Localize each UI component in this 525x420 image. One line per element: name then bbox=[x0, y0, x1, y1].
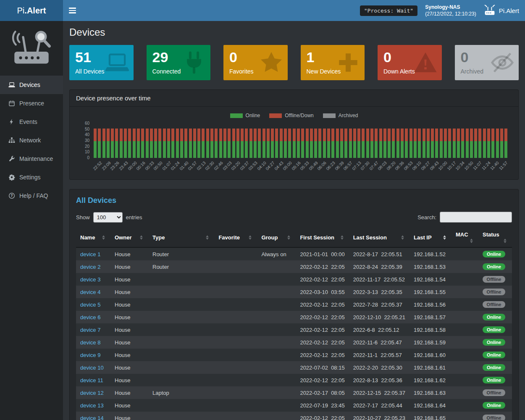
sidebar-item-help[interactable]: Help / FAQ bbox=[0, 186, 63, 205]
last-ip-cell: 192.168.1.56 bbox=[410, 298, 452, 311]
chart-bar bbox=[150, 123, 153, 158]
device-name-link[interactable]: device 8 bbox=[80, 339, 100, 346]
chart-bar bbox=[258, 123, 261, 158]
sidebar-item-events[interactable]: Events bbox=[0, 113, 63, 131]
x-axis-label: 00:50 bbox=[152, 160, 163, 171]
sort-icon bbox=[502, 238, 508, 244]
chart-bar bbox=[124, 123, 127, 158]
sidebar-item-network[interactable]: Network bbox=[0, 131, 63, 150]
x-axis-label: 05:33 bbox=[299, 160, 310, 171]
favorite-cell bbox=[214, 361, 257, 374]
x-axis-label: 00:16 bbox=[135, 160, 146, 171]
sidebar: DevicesPresenceEventsNetworkMaintenanceS… bbox=[0, 21, 63, 420]
type-cell bbox=[148, 323, 214, 336]
first-session-cell: 2022-02-12 22:05 bbox=[296, 374, 349, 386]
mac-cell bbox=[452, 273, 478, 286]
device-name-link[interactable]: device 3 bbox=[80, 276, 100, 283]
table-row: device 4House2022-03-10 03:552022-3-13 2… bbox=[76, 286, 512, 298]
chart-bar bbox=[383, 123, 386, 158]
first-session-cell: 2022-02-12 22:05 bbox=[296, 311, 349, 323]
column-header-owner[interactable]: Owner bbox=[110, 228, 148, 247]
table-row: device 13House2022-07-19 23:452022-7-17 … bbox=[76, 399, 512, 412]
x-axis-label: 08:03 bbox=[377, 160, 388, 171]
column-header-last-ip[interactable]: Last IP bbox=[410, 228, 452, 247]
sidebar-item-settings[interactable]: Settings bbox=[0, 168, 63, 186]
column-header-last-session[interactable]: Last Session bbox=[349, 228, 410, 247]
infobox-all-devices[interactable]: 51All Devices bbox=[69, 45, 134, 80]
last-ip-cell: 192.168.1.61 bbox=[410, 361, 452, 374]
sidebar-item-maintenance[interactable]: Maintenance bbox=[0, 150, 63, 168]
chart-bar bbox=[314, 123, 317, 158]
chart-bar bbox=[487, 123, 490, 158]
infobox-favorites[interactable]: 0Favorites bbox=[223, 45, 288, 80]
column-header-name[interactable]: Name bbox=[76, 228, 110, 247]
x-axis-label: 08:53 bbox=[403, 160, 413, 171]
name-cell: device 7 bbox=[76, 323, 110, 336]
sidebar-toggle-button[interactable] bbox=[63, 0, 81, 21]
chart-bar bbox=[193, 123, 196, 158]
infobox-archived[interactable]: 0Archived bbox=[455, 45, 519, 80]
chart-bar bbox=[478, 123, 481, 158]
infobox-connected[interactable]: 29Connected bbox=[147, 45, 211, 80]
column-header-type[interactable]: Type bbox=[148, 228, 214, 247]
chart-bar bbox=[453, 123, 456, 158]
name-cell: device 13 bbox=[76, 399, 110, 412]
device-name-link[interactable]: device 10 bbox=[80, 365, 104, 371]
first-session-cell: 2022-02-12 22:05 bbox=[296, 323, 349, 336]
chart-bar bbox=[228, 123, 231, 158]
column-header-status[interactable]: Status bbox=[478, 228, 512, 247]
column-header-group[interactable]: Group bbox=[257, 228, 296, 247]
device-name-link[interactable]: device 4 bbox=[80, 289, 100, 295]
name-cell: device 6 bbox=[76, 311, 110, 323]
infobox-new-devices[interactable]: 1New Devices bbox=[301, 45, 365, 80]
column-header-first-session[interactable]: First Session bbox=[296, 228, 349, 247]
device-name-link[interactable]: device 5 bbox=[80, 302, 100, 308]
first-session-cell: 2022-07-19 23:45 bbox=[296, 399, 349, 412]
chart-bar bbox=[379, 123, 382, 158]
group-cell bbox=[257, 361, 296, 374]
sidebar-item-label: Help / FAQ bbox=[19, 192, 48, 199]
devices-table: NameOwnerTypeFavoriteGroupFirst SessionL… bbox=[76, 228, 512, 420]
chart-bar bbox=[232, 123, 235, 158]
mac-cell bbox=[452, 349, 478, 361]
x-axis-label: 22:52 bbox=[92, 160, 103, 171]
column-header-favorite[interactable]: Favorite bbox=[214, 228, 257, 247]
brand-text-bold: .Alert bbox=[24, 6, 46, 16]
infobox-down-alerts[interactable]: 0Down Alerts bbox=[378, 45, 442, 80]
sidebar-item-label: Presence bbox=[19, 100, 44, 107]
group-cell bbox=[257, 399, 296, 412]
entries-label: entries bbox=[126, 214, 142, 220]
app-logo[interactable]: Pi.Alert bbox=[0, 0, 63, 21]
device-name-link[interactable]: device 7 bbox=[80, 327, 100, 333]
last-session-cell: 2022-7-17 22:05.44 bbox=[349, 399, 410, 412]
status-badge: Offline bbox=[483, 289, 505, 295]
chart-bar bbox=[215, 123, 218, 158]
sidebar-item-devices[interactable]: Devices bbox=[0, 76, 63, 94]
last-session-cell: 2022-2-20 22:05.30 bbox=[349, 361, 410, 374]
chart-bar bbox=[405, 123, 408, 158]
device-name-link[interactable]: device 11 bbox=[80, 377, 103, 383]
sort-icon bbox=[339, 235, 345, 240]
mac-cell bbox=[452, 399, 478, 412]
x-axis-label: 07:47 bbox=[368, 160, 379, 171]
table-row: device 8House2022-02-12 22:052022-11-6 2… bbox=[76, 336, 512, 349]
name-cell: device 12 bbox=[76, 386, 110, 399]
device-name-link[interactable]: device 2 bbox=[80, 264, 100, 270]
sort-icon bbox=[139, 235, 144, 240]
search-input[interactable] bbox=[440, 212, 512, 223]
y-axis-tick: 0 bbox=[87, 155, 89, 160]
chart-bar bbox=[102, 123, 105, 158]
entries-select[interactable]: 100 bbox=[93, 212, 123, 223]
status-badge: Online bbox=[483, 377, 505, 383]
favorite-cell bbox=[214, 273, 257, 286]
device-name-link[interactable]: device 9 bbox=[80, 352, 100, 358]
device-name-link[interactable]: device 1 bbox=[80, 251, 100, 257]
device-name-link[interactable]: device 6 bbox=[80, 314, 100, 320]
column-header-mac[interactable]: MAC bbox=[452, 228, 478, 247]
group-cell bbox=[257, 336, 296, 349]
device-name-link[interactable]: device 12 bbox=[80, 390, 104, 396]
sidebar-item-presence[interactable]: Presence bbox=[0, 94, 63, 113]
device-name-link[interactable]: device 13 bbox=[80, 402, 104, 409]
chart-bar bbox=[288, 123, 291, 158]
device-name-link[interactable]: device 14 bbox=[80, 415, 104, 420]
